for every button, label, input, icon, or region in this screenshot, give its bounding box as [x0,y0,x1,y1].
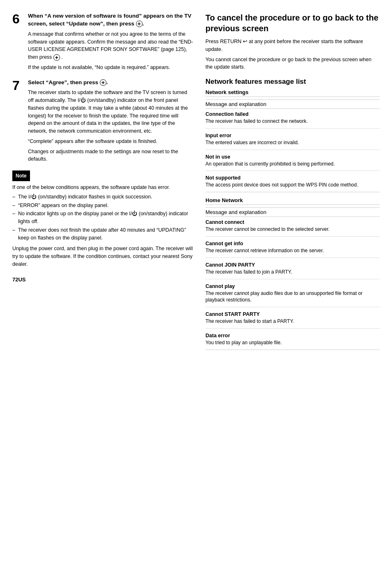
msg-cannot-get-info-title: Cannot get info [205,241,380,246]
step-6-number: 6 [12,12,24,71]
msg-cannot-join-party: Cannot JOIN PARTY The receiver has faile… [205,262,380,279]
note-item-1: The I/⏻ (on/standby) indicator flashes i… [12,193,193,201]
network-features-title: Network features message list [205,78,380,86]
note-item-3: No indicator lights up on the display pa… [12,210,193,226]
msg-cannot-play: Cannot play The receiver cannot play aud… [205,283,380,308]
cancel-para-1: Press RETURN ↩ at any point before the r… [205,38,380,53]
msg-cannot-start-party-desc: The receiver has failed to start a PARTY… [205,318,380,325]
msg-data-error-title: Data error [205,333,380,338]
page-container: 6 When “A new version of software is fou… [0,0,392,564]
msg-cannot-play-title: Cannot play [205,283,380,289]
circle-plus-icon-7: + [100,79,106,86]
msg-input-error: Input error The entered values are incor… [205,133,380,150]
cancel-para-2: You cannot cancel the procedure or go ba… [205,56,380,71]
msg-not-supported: Not supported The access point device do… [205,175,380,192]
network-features-section: Network features message list Network se… [205,78,380,350]
step-7-content: Select “Agree”, then press +. The receiv… [28,79,193,163]
note-item-4: The receiver does not finish the update … [12,226,193,242]
right-column: To cancel the procedure or to go back to… [205,12,380,552]
step-6-title: When “A new version of software is found… [28,12,193,28]
cancel-section: To cancel the procedure or to go back to… [205,12,380,71]
note-item-2: “ERROR” appears on the display panel. [12,202,193,209]
step-6-para-1: A message that confirms whether or not y… [28,30,193,61]
network-settings-block: Network settings Message and explanation… [205,89,380,192]
msg-cannot-start-party-title: Cannot START PARTY [205,311,380,317]
msg-cannot-connect: Cannot connect The receiver cannot be co… [205,219,380,237]
msg-connection-failed-desc: The receiver has failed to connect the n… [205,118,380,125]
home-network-col-header: Message and explanation [205,207,380,217]
note-label: Note [12,170,30,181]
step-7-body: The receiver starts to update the softwa… [28,89,193,163]
msg-not-supported-desc: The access point device does not support… [205,182,380,189]
cancel-title: To cancel the procedure or to go back to… [205,12,380,34]
page-number: 72US [12,276,193,283]
cancel-body: Press RETURN ↩ at any point before the r… [205,38,380,71]
msg-connection-failed: Connection failed The receiver has faile… [205,111,380,129]
step-7-number: 7 [12,79,24,163]
circle-plus-icon-6b: + [53,54,60,61]
step-7-title: Select “Agree”, then press +. [28,79,193,87]
msg-not-in-use-desc: An operation that is currently prohibite… [205,161,380,168]
step-6-block: 6 When “A new version of software is fou… [12,12,193,71]
note-footer: Unplug the power cord, and then plug in … [12,245,193,268]
msg-cannot-play-desc: The receiver cannot play audio files due… [205,290,380,304]
msg-input-error-desc: The entered values are incorrect or inva… [205,139,380,146]
msg-cannot-get-info: Cannot get info The receiver cannot retr… [205,241,380,258]
step-7-block: 7 Select “Agree”, then press +. The rece… [12,79,193,163]
step-6-body: A message that confirms whether or not y… [28,30,193,71]
msg-input-error-title: Input error [205,133,380,138]
msg-data-error: Data error You tried to play an unplayab… [205,333,380,350]
network-settings-subtitle: Network settings [205,89,380,97]
note-intro: If one of the below conditions appears, … [12,184,193,191]
home-network-subtitle: Home Network [205,197,380,205]
msg-data-error-desc: You tried to play an unplayable file. [205,339,380,346]
step-7-para-2: “Complete” appears after the software up… [28,138,193,145]
msg-cannot-start-party: Cannot START PARTY The receiver has fail… [205,311,380,329]
network-settings-col-header: Message and explanation [205,99,380,109]
circle-plus-icon-6: + [136,21,143,27]
msg-not-in-use-title: Not in use [205,154,380,160]
msg-cannot-join-party-desc: The receiver has failed to join a PARTY. [205,269,380,276]
msg-cannot-connect-title: Cannot connect [205,219,380,225]
msg-cannot-connect-desc: The receiver cannot be connected to the … [205,226,380,233]
msg-not-supported-title: Not supported [205,175,380,181]
msg-not-in-use: Not in use An operation that is currentl… [205,154,380,171]
step-6-para-2: If the update is not available, “No upda… [28,64,193,71]
msg-cannot-join-party-title: Cannot JOIN PARTY [205,262,380,268]
step-6-content: When “A new version of software is found… [28,12,193,71]
left-column: 6 When “A new version of software is fou… [12,12,193,552]
home-network-block: Home Network Message and explanation Can… [205,197,380,350]
msg-connection-failed-title: Connection failed [205,111,380,117]
msg-cannot-get-info-desc: The receiver cannot retrieve information… [205,247,380,254]
step-7-para-1: The receiver starts to update the softwa… [28,89,193,135]
note-section: Note If one of the below conditions appe… [12,170,193,268]
step-7-para-3: Changes or adjustments made to the setti… [28,148,193,163]
note-list: The I/⏻ (on/standby) indicator flashes i… [12,193,193,242]
